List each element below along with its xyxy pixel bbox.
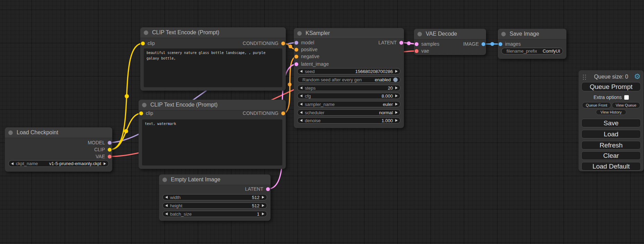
combo-next-icon[interactable]	[262, 213, 264, 215]
node-vae-decode[interactable]: VAE Decode samples vae IMAGE	[414, 29, 486, 55]
clear-button[interactable]: Clear	[581, 151, 641, 160]
batch-size-combo[interactable]: batch_size 1	[162, 211, 267, 217]
output-port-conditioning[interactable]	[281, 42, 285, 45]
queue-front-button[interactable]: Queue Front	[582, 102, 611, 108]
queue-prompt-button[interactable]: Queue Prompt	[581, 82, 641, 91]
collapse-dot-icon[interactable]	[417, 32, 422, 36]
output-port-latent[interactable]	[399, 41, 403, 45]
combo-prev-icon[interactable]	[165, 204, 168, 207]
input-port-images[interactable]	[499, 42, 502, 46]
node-title: CLIP Text Encode (Prompt)	[152, 29, 219, 36]
output-port-model[interactable]	[108, 141, 112, 145]
save-button[interactable]: Save	[581, 119, 641, 127]
combo-prev-icon[interactable]	[165, 196, 168, 199]
input-port-vae[interactable]	[415, 49, 418, 53]
output-label: LATENT	[245, 186, 263, 192]
gear-icon[interactable]	[634, 73, 641, 80]
widget-label: Random seed after every gen	[302, 77, 362, 82]
load-button[interactable]: Load	[581, 130, 641, 138]
output-slot-conditioning: CONDITIONING	[243, 110, 285, 116]
node-title-bar[interactable]: Empty Latent Image	[159, 174, 271, 185]
node-title-bar[interactable]: CLIP Text Encode (Prompt)	[139, 100, 286, 110]
link-midpoint-dot	[491, 42, 494, 46]
output-port-clip[interactable]	[108, 148, 112, 152]
combo-next-icon[interactable]	[395, 70, 398, 73]
collapse-dot-icon[interactable]	[8, 130, 13, 135]
output-port-image[interactable]	[482, 42, 485, 46]
node-title-bar[interactable]: VAE Decode	[414, 29, 486, 39]
collapse-dot-icon[interactable]	[144, 30, 148, 35]
node-title-bar[interactable]: KSampler	[294, 28, 404, 39]
node-title-bar[interactable]: CLIP Text Encode (Prompt)	[140, 27, 286, 38]
node-title-bar[interactable]: Save Image	[498, 29, 566, 39]
sampler-name-combo[interactable]: sampler_name euler	[297, 101, 400, 107]
input-slot-vae: vae	[415, 48, 429, 54]
output-label: MODEL	[88, 140, 105, 145]
combo-prev-icon[interactable]	[300, 119, 302, 122]
combo-next-icon[interactable]	[395, 94, 398, 97]
input-port-model[interactable]	[294, 41, 298, 45]
prompt-textarea[interactable]: beautiful scenery nature glass bottle la…	[144, 48, 282, 87]
cfg-combo[interactable]: cfg 8.000	[297, 93, 400, 99]
random-seed-toggle[interactable]: Random seed after every gen enabled	[297, 76, 400, 83]
input-slot-samples: samples	[415, 41, 439, 47]
collapse-dot-icon[interactable]	[501, 32, 506, 36]
combo-next-icon[interactable]	[395, 103, 398, 106]
input-slot-negative: negative	[294, 54, 319, 59]
node-clip-text-encode-negative[interactable]: CLIP Text Encode (Prompt) clip CONDITION…	[139, 100, 286, 169]
combo-next-icon[interactable]	[104, 162, 106, 165]
combo-next-icon[interactable]	[262, 204, 264, 207]
drag-handle-icon[interactable]	[582, 74, 586, 80]
width-combo[interactable]: width 512	[162, 194, 267, 200]
view-queue-button[interactable]: View Queue	[612, 102, 640, 108]
load-default-button[interactable]: Load Default	[581, 162, 641, 171]
combo-next-icon[interactable]	[262, 196, 264, 199]
input-port-samples[interactable]	[415, 42, 418, 46]
collapse-dot-icon[interactable]	[142, 103, 147, 107]
combo-prev-icon[interactable]	[11, 162, 14, 165]
combo-prev-icon[interactable]	[300, 111, 302, 114]
input-port-clip[interactable]	[141, 42, 145, 45]
refresh-button[interactable]: Refresh	[581, 141, 641, 150]
filename-prefix-widget[interactable]: filename_prefix ComfyUI	[501, 48, 563, 54]
denoise-combo[interactable]: denoise 1.000	[297, 117, 400, 124]
height-combo[interactable]: height 512	[162, 202, 267, 209]
input-port-latent-image[interactable]	[294, 62, 298, 66]
combo-prev-icon[interactable]	[300, 70, 302, 73]
combo-prev-icon[interactable]	[165, 213, 168, 215]
output-port-conditioning[interactable]	[281, 111, 285, 115]
input-port-negative[interactable]	[294, 55, 298, 58]
collapse-dot-icon[interactable]	[162, 178, 167, 182]
scheduler-combo[interactable]: scheduler normal	[297, 109, 400, 116]
output-label: LATENT	[378, 40, 397, 45]
output-slot-latent: LATENT	[378, 40, 403, 45]
ckpt-name-combo[interactable]: ckpt_name v1-5-pruned-emaonly.ckpt	[8, 160, 109, 167]
combo-next-icon[interactable]	[395, 87, 398, 89]
node-ksampler[interactable]: KSampler model positive negative latent_…	[294, 28, 404, 128]
combo-prev-icon[interactable]	[300, 94, 302, 97]
combo-next-icon[interactable]	[395, 119, 398, 122]
prompt-textarea[interactable]: text, watermark	[142, 119, 282, 165]
collapse-dot-icon[interactable]	[297, 31, 302, 36]
node-clip-text-encode-positive[interactable]: CLIP Text Encode (Prompt) clip CONDITION…	[140, 27, 286, 91]
output-port-vae[interactable]	[108, 155, 112, 159]
node-title-bar[interactable]: Load Checkpoint	[5, 127, 112, 138]
node-empty-latent-image[interactable]: Empty Latent Image LATENT width 512 heig…	[159, 174, 271, 221]
toggle-dot-icon[interactable]	[393, 78, 398, 82]
input-port-clip[interactable]	[139, 111, 143, 115]
output-port-latent[interactable]	[266, 187, 270, 191]
combo-prev-icon[interactable]	[300, 103, 302, 106]
steps-combo[interactable]: steps 20	[297, 85, 400, 91]
widget-value: euler	[383, 102, 393, 107]
combo-prev-icon[interactable]	[300, 87, 302, 89]
widget-value: 156680208700286	[355, 69, 393, 74]
combo-next-icon[interactable]	[395, 111, 398, 114]
view-history-button[interactable]: View History	[596, 109, 626, 115]
node-save-image[interactable]: Save Image images filename_prefix ComfyU…	[498, 29, 566, 59]
seed-combo[interactable]: seed 156680208700286	[297, 68, 400, 74]
extra-options-checkbox[interactable]	[624, 95, 629, 100]
input-port-positive[interactable]	[294, 48, 298, 52]
graph-canvas[interactable]: Load Checkpoint MODEL CLIP VAE ckpt_name…	[0, 0, 644, 244]
widget-label: seed	[305, 69, 315, 74]
node-load-checkpoint[interactable]: Load Checkpoint MODEL CLIP VAE ckpt_name…	[5, 127, 112, 172]
